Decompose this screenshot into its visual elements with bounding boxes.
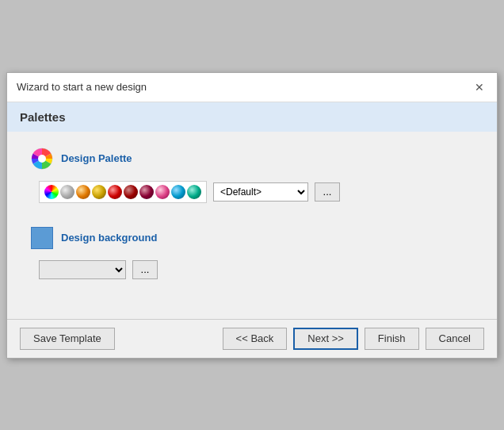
design-palette-title-row: Design Palette <box>31 148 473 170</box>
design-palette-section: Design Palette <Default> <box>31 148 473 203</box>
ball-darkred <box>124 185 138 199</box>
footer: Save Template << Back Next >> Finish Can… <box>7 319 497 358</box>
ball-gold <box>92 185 106 199</box>
design-palette-label: Design Palette <box>61 152 132 164</box>
color-wheel-icon <box>31 148 53 170</box>
ball-red <box>108 185 122 199</box>
color-balls-container <box>39 181 207 203</box>
ball-rainbow <box>44 185 59 199</box>
design-background-title-row: Design background <box>31 227 473 249</box>
palette-dropdown[interactable]: <Default> <box>213 182 308 202</box>
background-ellipsis-button[interactable]: ... <box>132 260 158 279</box>
back-button[interactable]: << Back <box>223 328 288 350</box>
ball-maroon <box>139 185 154 199</box>
finish-button[interactable]: Finish <box>365 328 419 350</box>
design-background-icon <box>31 227 53 249</box>
ball-teal <box>187 185 201 199</box>
bg-row: ... <box>39 260 473 279</box>
title-bar: Wizard to start a new design ✕ <box>7 73 497 102</box>
footer-left: Save Template <box>20 328 115 350</box>
footer-right: << Back Next >> Finish Cancel <box>223 328 484 350</box>
save-template-button[interactable]: Save Template <box>20 328 115 350</box>
design-background-section: Design background ... <box>31 227 473 279</box>
ball-silver <box>60 185 74 199</box>
cancel-button[interactable]: Cancel <box>426 328 484 350</box>
content-area: Design Palette <Default> <box>7 132 497 319</box>
section-header: Palettes <box>7 102 497 132</box>
svg-point-1 <box>38 155 46 163</box>
palette-row: <Default> ... <box>39 181 473 203</box>
background-dropdown[interactable] <box>39 260 126 279</box>
dialog-title: Wizard to start a new design <box>17 81 147 93</box>
next-button[interactable]: Next >> <box>293 328 358 350</box>
ball-pink <box>155 185 170 199</box>
palette-ellipsis-button[interactable]: ... <box>315 182 340 202</box>
design-background-label: Design background <box>61 232 157 244</box>
ball-cyan <box>171 185 185 199</box>
close-button[interactable]: ✕ <box>472 79 487 95</box>
ball-orange <box>76 185 90 199</box>
wizard-dialog: Wizard to start a new design ✕ Palettes <box>6 72 498 359</box>
